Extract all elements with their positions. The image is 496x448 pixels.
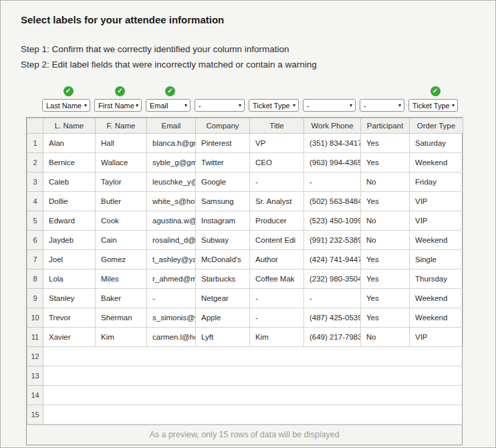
attendee-label-mapping-panel: Select labels for your attendee informat…: [0, 0, 496, 448]
selected-label: -: [199, 102, 201, 110]
table-cell: (487) 425-0539: [304, 308, 361, 328]
check-slot-2: ✓: [94, 86, 146, 96]
table-cell: carmen.l@hot: [147, 328, 196, 347]
table-cell: [304, 386, 361, 405]
check-circle-icon: ✓: [430, 86, 441, 96]
table-row: 5EdwardCookagustina.w@gInstagramProducer…: [27, 211, 463, 231]
verified-check-row: ✓✓✓✓: [42, 86, 495, 96]
selected-label: Ticket Type: [253, 102, 290, 110]
table-cell: (523) 450-1099: [304, 211, 361, 231]
row-number: 6: [27, 231, 43, 250]
selected-label: Email: [150, 102, 168, 110]
preview-table: L. NameF. NameEmailCompanyTitleWork Phon…: [27, 118, 463, 425]
table-cell: -: [147, 289, 196, 308]
table-cell: Samsung: [196, 192, 250, 211]
table-cell: VIP: [410, 192, 463, 211]
table-cell: [96, 386, 147, 405]
table-row: 13: [27, 366, 463, 386]
column-selector-area: ✓✓✓✓ Last Name▾First Name▾Email▾-▾Ticket…: [26, 86, 495, 112]
check-slot-7: [360, 86, 408, 96]
table-cell: Cook: [96, 211, 147, 231]
table-cell: Apple: [196, 308, 250, 328]
table-cell: [147, 347, 196, 366]
table-cell: [250, 347, 304, 366]
table-cell: Alan: [43, 134, 96, 153]
table-cell: [147, 386, 196, 405]
table-cell: Sherman: [96, 308, 147, 328]
chevron-down-icon: ▾: [293, 102, 295, 108]
table-cell: Hall: [96, 134, 147, 153]
dropdown-slot-8: Ticket Type▾: [408, 99, 462, 112]
table-cell: [410, 366, 463, 386]
table-cell: Weekend: [410, 308, 463, 328]
column-header: Participant: [361, 118, 410, 134]
table-cell: -: [250, 173, 304, 192]
table-cell: Wallace: [96, 153, 147, 173]
column-label-select-6[interactable]: -▾: [303, 99, 356, 112]
selected-label: Last Name: [46, 102, 82, 110]
table-cell: VIP: [410, 211, 463, 231]
column-header: Order Type: [410, 118, 463, 134]
table-cell: [96, 405, 147, 425]
column-header: F. Name: [96, 118, 147, 134]
row-number: 2: [27, 153, 43, 173]
table-cell: [43, 347, 96, 366]
table-cell: blanca.h@gm: [147, 134, 196, 153]
table-cell: -: [250, 289, 304, 308]
table-cell: McDonald's: [196, 250, 250, 269]
table-cell: (991) 232-5389: [304, 231, 361, 250]
chevron-down-icon: ▾: [350, 102, 352, 108]
preview-table-frame: L. NameF. NameEmailCompanyTitleWork Phon…: [26, 117, 463, 445]
row-number: 9: [27, 289, 43, 308]
table-cell: Author: [250, 250, 304, 269]
table-cell: Yes: [361, 308, 410, 328]
page-title: Select labels for your attendee informat…: [21, 14, 495, 25]
table-cell: Gomez: [96, 250, 147, 269]
table-header-row: L. NameF. NameEmailCompanyTitleWork Phon…: [27, 118, 463, 134]
row-number: 8: [27, 269, 43, 289]
table-cell: No: [361, 328, 410, 347]
table-row: 11XavierKimcarmen.l@hotLyftKim(649) 217-…: [27, 328, 463, 347]
table-cell: No: [361, 173, 410, 192]
table-cell: Bernice: [43, 153, 96, 173]
table-cell: Jaydeb: [43, 231, 96, 250]
table-cell: Weekend: [410, 289, 463, 308]
table-cell: Cain: [96, 231, 147, 250]
row-number: 10: [27, 308, 43, 328]
table-cell: Saturday: [410, 134, 463, 153]
table-cell: [304, 347, 361, 366]
table-cell: [410, 386, 463, 405]
column-label-select-7[interactable]: -▾: [360, 99, 404, 112]
column-label-select-5[interactable]: Ticket Type▾: [249, 99, 299, 112]
table-cell: [250, 386, 304, 405]
column-label-select-3[interactable]: Email▾: [146, 99, 191, 112]
table-cell: [304, 366, 361, 386]
table-cell: (232) 980-3504: [304, 269, 361, 289]
step-1-text: Step 1: Confirm that we correctly identi…: [21, 41, 495, 57]
table-cell: agustina.w@g: [147, 211, 196, 231]
column-label-select-2[interactable]: First Name▾: [94, 99, 142, 112]
column-label-select-8[interactable]: Ticket Type▾: [408, 99, 458, 112]
row-number: 14: [27, 386, 43, 405]
table-cell: No: [361, 231, 410, 250]
chevron-down-icon: ▾: [239, 102, 241, 108]
dropdown-slot-7: -▾: [360, 99, 408, 112]
check-circle-icon: ✓: [165, 86, 175, 96]
column-label-dropdown-row: Last Name▾First Name▾Email▾-▾Ticket Type…: [42, 99, 495, 112]
row-number: 1: [27, 134, 43, 153]
table-cell: syble_g@gma: [147, 153, 196, 173]
selected-label: First Name: [98, 102, 134, 110]
table-row: 4DollieButlerwhite_s@hotSamsungSr. Analy…: [27, 192, 463, 211]
table-cell: (963) 994-4365: [304, 153, 361, 173]
selected-label: -: [307, 102, 309, 110]
row-number: 15: [27, 405, 43, 425]
column-label-select-4[interactable]: -▾: [195, 99, 245, 112]
column-label-select-1[interactable]: Last Name▾: [42, 99, 90, 112]
table-cell: No: [361, 211, 410, 231]
table-row: 15: [27, 405, 463, 425]
table-cell: Edward: [43, 211, 96, 231]
table-cell: [147, 366, 196, 386]
table-row: 6JaydebCainrosalind_d@yaSubwayContent Ed…: [27, 231, 463, 250]
table-cell: (502) 563-8484: [304, 192, 361, 211]
table-cell: [304, 405, 361, 425]
